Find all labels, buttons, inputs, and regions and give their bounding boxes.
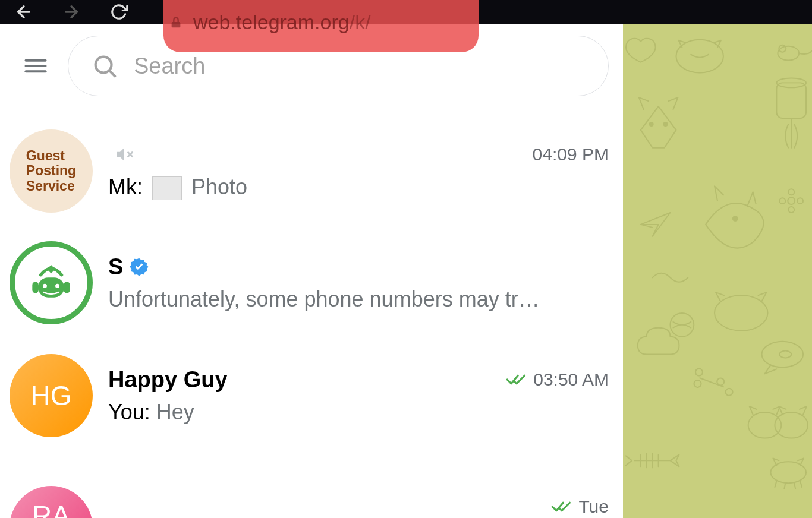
svg-point-31 — [779, 351, 791, 358]
chat-content: S Unfortunately, some phone numbers may … — [108, 254, 609, 312]
avatar — [10, 241, 93, 324]
preview-sender: You: — [108, 400, 150, 424]
svg-point-26 — [788, 207, 794, 213]
svg-point-14 — [55, 284, 59, 288]
svg-point-22 — [733, 216, 738, 221]
url-host: web.telegram.org — [193, 11, 350, 34]
verified-icon — [129, 257, 149, 277]
preview-text: Hey — [156, 400, 194, 424]
chat-content: tings 04:09 PM Mk: Photo — [108, 142, 609, 200]
chat-time: 04:09 PM — [533, 144, 609, 165]
svg-point-27 — [779, 198, 785, 204]
address-bar[interactable]: web.telegram.org/k/ — [169, 11, 371, 34]
svg-rect-12 — [64, 282, 70, 293]
svg-point-32 — [748, 412, 782, 438]
svg-point-33 — [775, 412, 808, 438]
avatar: RA — [10, 486, 93, 518]
chat-area — [623, 24, 812, 518]
chat-name: Happy Guy — [108, 367, 228, 393]
chat-time: Tue — [578, 497, 609, 517]
avatar-text: Guest Posting Service — [26, 149, 76, 194]
hamburger-icon — [23, 53, 49, 79]
chat-item[interactable]: Guest Posting Service tings 04:09 PM Mk: — [0, 126, 623, 223]
chat-preview: Mk: Photo — [108, 175, 609, 200]
svg-point-18 — [650, 122, 653, 126]
menu-button[interactable] — [21, 52, 50, 80]
telegram-app: Guest Posting Service tings 04:09 PM Mk: — [0, 24, 812, 518]
svg-point-13 — [43, 284, 47, 288]
svg-point-19 — [664, 122, 668, 126]
svg-point-24 — [788, 189, 794, 195]
svg-point-16 — [778, 46, 799, 61]
read-checks-icon — [551, 498, 572, 515]
lock-icon — [169, 14, 182, 31]
svg-rect-2 — [172, 22, 181, 27]
reload-icon — [110, 3, 128, 21]
search-icon — [91, 52, 118, 80]
arrow-left-icon — [14, 2, 33, 21]
avatar-initials: RA — [32, 500, 70, 518]
chat-content: Tue — [108, 497, 609, 517]
svg-rect-11 — [32, 282, 39, 293]
chat-item[interactable]: HG Happy Guy 03:50 AM — [0, 343, 623, 448]
svg-rect-20 — [776, 83, 806, 118]
muted-icon — [114, 144, 134, 165]
chat-name: S — [108, 254, 123, 280]
avatar: Guest Posting Service — [10, 130, 93, 213]
chat-preview: Unfortunately, some phone numbers may tr… — [108, 287, 609, 312]
browser-toolbar: web.telegram.org/k/ — [0, 0, 812, 24]
svg-point-15 — [676, 40, 723, 73]
arrow-right-icon — [62, 2, 81, 21]
bot-avatar-icon — [25, 257, 77, 309]
chat-time: 03:50 AM — [533, 369, 609, 390]
chat-list: Guest Posting Service tings 04:09 PM Mk: — [0, 108, 623, 518]
chat-sidebar: Guest Posting Service tings 04:09 PM Mk: — [0, 24, 623, 518]
reload-button[interactable] — [107, 0, 131, 24]
read-checks-icon — [506, 371, 527, 388]
avatar: HG — [10, 354, 93, 437]
forward-button[interactable] — [59, 0, 83, 24]
search-input[interactable] — [134, 53, 586, 79]
svg-point-25 — [797, 198, 803, 204]
avatar-initials: HG — [31, 380, 72, 412]
chat-item[interactable]: S Unfortunately, some phone numbers may … — [0, 230, 623, 335]
chat-item[interactable]: RA Tue — [0, 475, 623, 518]
svg-line-7 — [110, 71, 115, 77]
chat-preview: You: Hey — [108, 400, 609, 425]
photo-thumbnail — [152, 176, 182, 200]
back-button[interactable] — [12, 0, 36, 24]
chat-content: Happy Guy 03:50 AM You: Hey — [108, 367, 609, 425]
preview-text: Photo — [191, 175, 247, 199]
svg-point-23 — [788, 197, 795, 204]
background-doodles — [623, 24, 812, 490]
svg-point-28 — [715, 295, 767, 331]
url-path: /k/ — [350, 11, 371, 34]
preview-sender: Mk: — [108, 175, 143, 199]
svg-point-30 — [762, 342, 804, 368]
